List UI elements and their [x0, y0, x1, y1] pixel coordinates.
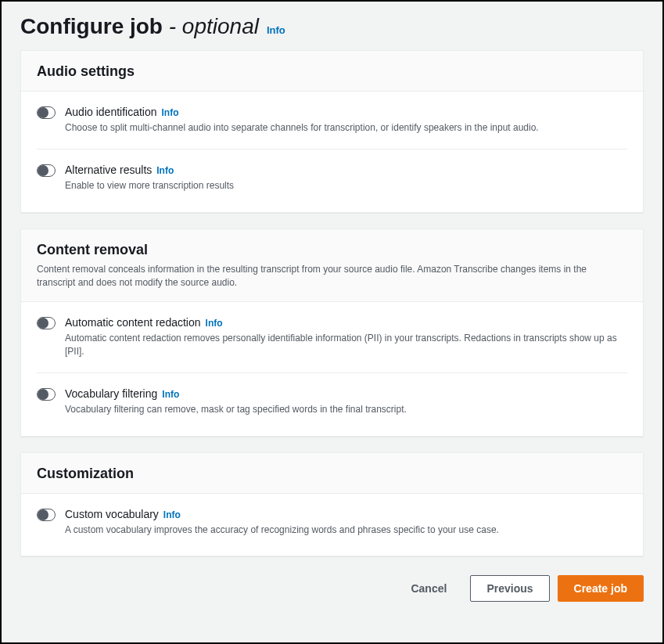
content-removal-desc: Content removal conceals information in … [37, 263, 627, 290]
automatic-redaction-setting: Automatic content redaction Info Automat… [37, 302, 627, 374]
alternative-results-label-row: Alternative results Info [65, 164, 627, 176]
previous-button[interactable]: Previous [470, 575, 549, 602]
custom-vocabulary-label-row: Custom vocabulary Info [65, 508, 627, 520]
automatic-redaction-toggle[interactable] [37, 317, 56, 329]
customization-body: Custom vocabulary Info A custom vocabula… [21, 494, 643, 556]
audio-identification-desc: Choose to split multi-channel audio into… [65, 121, 627, 135]
alternative-results-body: Alternative results Info Enable to view … [65, 164, 627, 192]
audio-identification-info-link[interactable]: Info [162, 107, 179, 118]
automatic-redaction-label: Automatic content redaction [65, 316, 201, 329]
page-title-optional: - optional [169, 14, 259, 38]
automatic-redaction-desc: Automatic content redaction removes pers… [65, 332, 627, 359]
vocabulary-filtering-toggle[interactable] [37, 388, 56, 401]
custom-vocabulary-body: Custom vocabulary Info A custom vocabula… [65, 508, 627, 537]
alternative-results-toggle[interactable] [37, 164, 56, 177]
automatic-redaction-info-link[interactable]: Info [206, 318, 223, 329]
content-removal-panel: Content removal Content removal conceals… [20, 228, 644, 437]
page-info-link[interactable]: Info [267, 24, 285, 36]
content-removal-body: Automatic content redaction Info Automat… [21, 302, 643, 436]
vocabulary-filtering-label: Vocabulary filtering [65, 387, 157, 400]
audio-settings-header: Audio settings [21, 51, 643, 92]
alternative-results-info-link[interactable]: Info [156, 165, 174, 176]
vocabulary-filtering-desc: Vocabulary filtering can remove, mask or… [65, 403, 627, 416]
customization-title: Customization [37, 466, 627, 482]
footer-actions: Cancel Previous Create job [20, 572, 644, 602]
audio-identification-label: Audio identification [65, 106, 157, 118]
audio-settings-body: Audio identification Info Choose to spli… [21, 92, 643, 212]
audio-identification-label-row: Audio identification Info [65, 106, 627, 118]
toggle-thumb [38, 107, 48, 118]
customization-header: Customization [21, 453, 643, 494]
customization-panel: Customization Custom vocabulary Info A c… [20, 452, 644, 556]
audio-settings-panel: Audio settings Audio identification Info… [20, 50, 644, 213]
audio-settings-title: Audio settings [37, 63, 627, 80]
vocabulary-filtering-setting: Vocabulary filtering Info Vocabulary fil… [37, 373, 627, 435]
custom-vocabulary-desc: A custom vocabulary improves the accurac… [65, 523, 627, 537]
vocabulary-filtering-body: Vocabulary filtering Info Vocabulary fil… [65, 387, 627, 416]
custom-vocabulary-setting: Custom vocabulary Info A custom vocabula… [37, 494, 627, 556]
cancel-button[interactable]: Cancel [395, 576, 462, 601]
content-removal-title: Content removal [37, 242, 627, 258]
toggle-thumb [38, 509, 48, 520]
audio-identification-body: Audio identification Info Choose to spli… [65, 106, 627, 135]
custom-vocabulary-label: Custom vocabulary [65, 508, 159, 520]
page-title-main: Configure job [20, 14, 169, 38]
custom-vocabulary-info-link[interactable]: Info [163, 509, 181, 520]
audio-identification-setting: Audio identification Info Choose to spli… [37, 92, 627, 149]
toggle-thumb [38, 318, 48, 329]
alternative-results-desc: Enable to view more transcription result… [65, 179, 627, 192]
automatic-redaction-body: Automatic content redaction Info Automat… [65, 316, 627, 359]
configure-job-page: Configure job - optional Info Audio sett… [2, 2, 662, 642]
automatic-redaction-label-row: Automatic content redaction Info [65, 316, 627, 329]
vocabulary-filtering-label-row: Vocabulary filtering Info [65, 387, 627, 400]
create-job-button[interactable]: Create job [558, 575, 644, 602]
custom-vocabulary-toggle[interactable] [37, 509, 56, 521]
page-header: Configure job - optional Info [20, 14, 644, 39]
page-title: Configure job - optional [20, 14, 259, 39]
alternative-results-setting: Alternative results Info Enable to view … [37, 149, 627, 211]
content-removal-header: Content removal Content removal conceals… [21, 229, 643, 302]
vocabulary-filtering-info-link[interactable]: Info [162, 389, 179, 400]
audio-identification-toggle[interactable] [37, 106, 56, 119]
alternative-results-label: Alternative results [65, 164, 152, 176]
